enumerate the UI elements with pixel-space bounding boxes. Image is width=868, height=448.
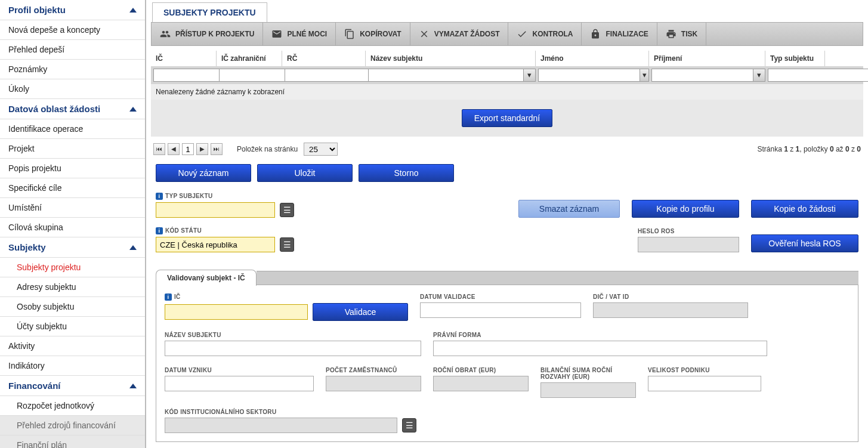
sidebar-section-profil[interactable]: Profil objektu bbox=[0, 0, 145, 20]
sidebar-item[interactable]: Popis projektu bbox=[0, 159, 145, 178]
pocet-zam-input[interactable] bbox=[326, 376, 421, 391]
typ-subjektu-input[interactable] bbox=[156, 202, 275, 218]
tool-pristup[interactable]: PŘÍSTUP K PROJEKTU bbox=[152, 23, 263, 45]
tool-kopirovat[interactable]: KOPÍROVAT bbox=[336, 23, 410, 45]
pager-first[interactable]: ⏮ bbox=[153, 143, 165, 155]
field-nazev-subjektu: NÁZEV SUBJEKTU bbox=[165, 332, 421, 356]
field-datum-validace: DATUM VALIDACE bbox=[420, 293, 581, 321]
rocni-obrat-input[interactable] bbox=[433, 376, 529, 391]
lookup-button[interactable]: ☰ bbox=[280, 237, 294, 252]
sidebar-item[interactable]: Aktivity bbox=[0, 336, 145, 356]
filter-icon[interactable]: ▾ bbox=[640, 69, 649, 82]
sidebar-item[interactable]: Poznámky bbox=[0, 60, 145, 79]
kod-sektoru-input[interactable] bbox=[165, 418, 397, 433]
grid-filter-input-typ[interactable] bbox=[768, 69, 868, 82]
pager-prev[interactable]: ◀ bbox=[168, 143, 180, 155]
nazev-subjektu-input[interactable] bbox=[165, 341, 421, 356]
heslo-ros-input[interactable] bbox=[638, 237, 739, 252]
ic-input[interactable] bbox=[165, 304, 308, 320]
info-icon: i bbox=[156, 227, 163, 234]
copy-icon bbox=[344, 29, 355, 39]
print-icon bbox=[666, 29, 677, 39]
sidebar-item[interactable]: Finanční plán bbox=[0, 435, 145, 448]
grid-header-nazev[interactable]: Název subjektu bbox=[366, 51, 536, 66]
tool-vymazat[interactable]: VYMAZAT ŽÁDOST bbox=[410, 23, 509, 45]
pravni-forma-input[interactable] bbox=[433, 341, 767, 356]
grid-filter-input-jmeno[interactable] bbox=[538, 69, 640, 82]
sidebar: Profil objektu Nová depeše a koncepty Př… bbox=[0, 0, 146, 448]
field-label-text: POČET ZAMĚSTNANCŮ bbox=[326, 367, 421, 373]
grid-header-typ[interactable]: Typ subjektu bbox=[765, 51, 825, 66]
field-label-text: IČ bbox=[174, 293, 181, 300]
overeni-ros-button[interactable]: Ověření hesla ROS bbox=[751, 234, 858, 252]
sidebar-item[interactable]: Indikátory bbox=[0, 356, 145, 376]
sidebar-item[interactable]: Účty subjektu bbox=[0, 317, 145, 336]
grid-filter-icz: ▾ bbox=[218, 69, 283, 82]
sidebar-section-financovani[interactable]: Financování bbox=[0, 376, 145, 396]
sidebar-item[interactable]: Přehled depeší bbox=[0, 40, 145, 60]
section-tab[interactable]: Validovaný subjekt - IČ bbox=[156, 270, 257, 286]
filter-icon[interactable]: ▾ bbox=[524, 69, 536, 82]
tool-label: FINALIZACE bbox=[606, 30, 648, 38]
filter-icon[interactable]: ▾ bbox=[753, 69, 765, 82]
sidebar-item-subjekty-projektu[interactable]: Subjekty projektu bbox=[0, 258, 145, 277]
pager-per-page-select[interactable]: 25 bbox=[304, 143, 338, 156]
grid-header-icz[interactable]: IČ zahraniční bbox=[217, 51, 282, 66]
grid-header-ic[interactable]: IČ bbox=[151, 51, 217, 66]
sidebar-item[interactable]: Cílová skupina bbox=[0, 218, 145, 237]
sidebar-item[interactable]: Úkoly bbox=[0, 79, 145, 99]
dic-input[interactable] bbox=[593, 302, 748, 318]
field-ic: iIČ Validace bbox=[165, 293, 408, 321]
sidebar-item[interactable]: Adresy subjektu bbox=[0, 277, 145, 297]
sidebar-item[interactable]: Osoby subjektu bbox=[0, 297, 145, 317]
pager-page-input[interactable] bbox=[182, 143, 194, 155]
sidebar-section-label: Profil objektu bbox=[8, 5, 66, 15]
field-dic: DIČ / VAT ID bbox=[593, 293, 748, 321]
grid-filter-ic: ▾ bbox=[152, 69, 218, 82]
field-label-text: KÓD STÁTU bbox=[165, 227, 202, 234]
kod-statu-input[interactable] bbox=[156, 237, 275, 252]
tab-subjekty-projektu[interactable]: SUBJEKTY PROJEKTU bbox=[152, 2, 267, 22]
kopie-profil-button[interactable]: Kopie do profilu bbox=[632, 200, 739, 218]
tool-tisk[interactable]: TISK bbox=[657, 23, 706, 45]
grid-filter-input-nazev[interactable] bbox=[368, 69, 524, 82]
sidebar-section-datova[interactable]: Datová oblast žádosti bbox=[0, 99, 145, 119]
grid-filter-input-prijmeni[interactable] bbox=[651, 69, 753, 82]
tool-plnemoci[interactable]: PLNÉ MOCI bbox=[263, 23, 336, 45]
datum-vzniku-input[interactable] bbox=[165, 376, 314, 391]
sidebar-section-subjekty[interactable]: Subjekty bbox=[0, 237, 145, 258]
datum-validace-input[interactable] bbox=[420, 302, 581, 318]
sidebar-item[interactable]: Identifikace operace bbox=[0, 119, 145, 139]
sidebar-section-label: Datová oblast žádosti bbox=[8, 104, 100, 114]
grid-header-jmeno[interactable]: Jméno bbox=[536, 51, 649, 66]
pager-next[interactable]: ▶ bbox=[196, 143, 208, 155]
grid-header-rc[interactable]: RČ bbox=[282, 51, 366, 66]
grid-header-prijmeni[interactable]: Příjmení bbox=[649, 51, 765, 66]
tool-kontrola[interactable]: KONTROLA bbox=[508, 23, 582, 45]
field-heslo-ros: HESLO ROS bbox=[638, 228, 739, 252]
ulozit-button[interactable]: Uložit bbox=[257, 164, 353, 182]
export-button[interactable]: Export standardní bbox=[462, 109, 553, 127]
validace-button[interactable]: Validace bbox=[313, 303, 408, 321]
novy-zaznam-button[interactable]: Nový záznam bbox=[156, 164, 251, 182]
bilancni-input[interactable] bbox=[540, 382, 636, 398]
sidebar-item[interactable]: Rozpočet jednotkový bbox=[0, 396, 145, 416]
sidebar-item[interactable]: Specifické cíle bbox=[0, 178, 145, 198]
main-content: SUBJEKTY PROJEKTU PŘÍSTUP K PROJEKTU PLN… bbox=[146, 0, 868, 448]
kopie-zadost-button[interactable]: Kopie do žádosti bbox=[751, 200, 858, 218]
sidebar-item[interactable]: Nová depeše a koncepty bbox=[0, 20, 145, 40]
sidebar-item[interactable]: Přehled zdrojů financování bbox=[0, 416, 145, 435]
pager-last[interactable]: ⏭ bbox=[211, 143, 223, 155]
tool-finalizace[interactable]: FINALIZACE bbox=[582, 23, 657, 45]
sidebar-item[interactable]: Projekt bbox=[0, 139, 145, 159]
storno-button[interactable]: Storno bbox=[359, 164, 454, 182]
sidebar-item[interactable]: Umístění bbox=[0, 198, 145, 218]
sidebar-section-label: Financování bbox=[8, 381, 61, 391]
smazat-zaznam-button[interactable]: Smazat záznam bbox=[518, 200, 620, 218]
field-label-text: BILANČNÍ SUMA ROČNÍ ROZVAHY (EUR) bbox=[540, 367, 636, 380]
field-label-text: NÁZEV SUBJEKTU bbox=[165, 332, 421, 338]
tool-label: KONTROLA bbox=[532, 30, 573, 38]
velikost-input[interactable] bbox=[648, 376, 761, 391]
lookup-button[interactable]: ☰ bbox=[402, 418, 416, 432]
lookup-button[interactable]: ☰ bbox=[280, 203, 294, 217]
